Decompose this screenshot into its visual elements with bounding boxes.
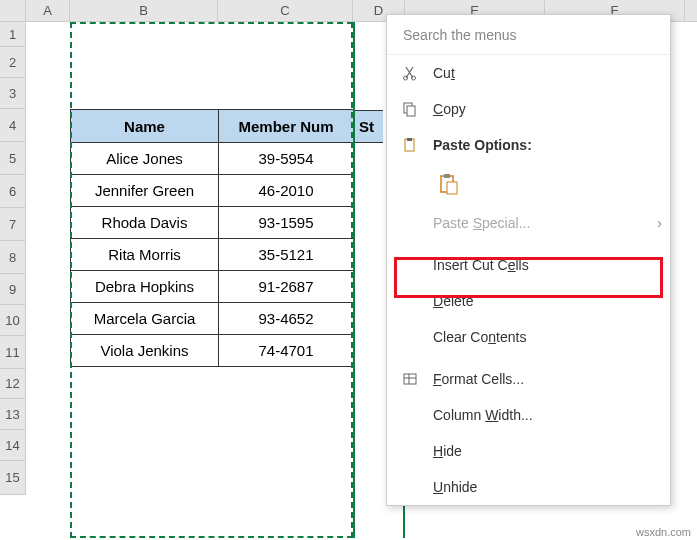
header-partial[interactable]: St [353,110,383,143]
menu-search-placeholder: Search the menus [403,27,517,43]
menu-paste-options: Paste Options: [387,127,670,163]
menu-copy[interactable]: Copy [387,91,670,127]
svg-rect-5 [407,138,412,141]
row-header-2[interactable]: 2 [0,47,26,78]
menu-label: Clear Contents [433,329,662,345]
row-header-1[interactable]: 1 [0,22,26,47]
blank-icon [399,405,421,425]
row-header-14[interactable]: 14 [0,430,26,461]
menu-paste-special: Paste Special... › [387,205,670,241]
menu-label: Hide [433,443,662,459]
svg-rect-7 [444,174,450,178]
col-header-c[interactable]: C [218,0,353,21]
data-table: Name Member Num Alice Jones39-5954 Jenni… [70,109,354,367]
paste-options-row [387,163,670,205]
menu-label: Paste Special... [433,215,649,231]
menu-hide[interactable]: Hide [387,433,670,469]
menu-label: Column Width... [433,407,662,423]
menu-label: Unhide [433,479,662,495]
svg-point-1 [412,76,416,80]
blank-icon [399,327,421,347]
menu-label: Cut [433,65,662,81]
blank-icon [399,291,421,311]
blank-icon [399,477,421,497]
header-member[interactable]: Member Num [219,110,354,143]
col-header-a[interactable]: A [26,0,70,21]
row-header-4[interactable]: 4 [0,109,26,142]
col-header-b[interactable]: B [70,0,218,21]
svg-rect-3 [407,106,415,116]
svg-point-0 [404,76,408,80]
menu-insert-cut-cells[interactable]: Insert Cut Cells [387,247,670,283]
menu-delete[interactable]: Delete [387,283,670,319]
table-row[interactable]: Debra Hopkins91-2687 [71,271,354,303]
paste-icon [399,135,421,155]
table-row[interactable]: Marcela Garcia93-4652 [71,303,354,335]
select-all-corner[interactable] [0,0,26,22]
context-menu: Search the menus Cut Copy Paste Options:… [386,14,671,506]
row-header-5[interactable]: 5 [0,142,26,175]
table-row[interactable]: Alice Jones39-5954 [71,143,354,175]
header-name[interactable]: Name [71,110,219,143]
chevron-right-icon: › [657,215,662,231]
menu-label: Paste Options: [433,137,662,153]
row-header-15[interactable]: 15 [0,461,26,495]
blank-icon [399,441,421,461]
row-headers: 1 2 3 4 5 6 7 8 9 10 11 12 13 14 15 [0,22,26,495]
row-header-10[interactable]: 10 [0,305,26,336]
row-header-3[interactable]: 3 [0,78,26,109]
watermark: wsxdn.com [636,526,691,538]
row-header-13[interactable]: 13 [0,399,26,430]
cut-icon [399,63,421,83]
row-header-7[interactable]: 7 [0,208,26,241]
menu-label: Copy [433,101,662,117]
menu-label: Insert Cut Cells [433,257,662,273]
table-row[interactable]: Jennifer Green46-2010 [71,175,354,207]
copy-icon [399,99,421,119]
menu-unhide[interactable]: Unhide [387,469,670,505]
paste-default-button[interactable] [433,168,465,200]
worksheet: A B C D E F 1 2 3 4 5 6 7 8 9 10 11 12 1… [0,0,697,540]
menu-search[interactable]: Search the menus [387,15,670,55]
svg-rect-8 [447,182,457,194]
format-cells-icon [399,369,421,389]
blank-icon [399,213,421,233]
row-header-8[interactable]: 8 [0,241,26,274]
menu-format-cells[interactable]: Format Cells... [387,361,670,397]
menu-label: Format Cells... [433,371,662,387]
table-row[interactable]: Rita Morris35-5121 [71,239,354,271]
blank-icon [399,255,421,275]
table-row[interactable]: Viola Jenkins74-4701 [71,335,354,367]
svg-rect-9 [404,374,416,384]
row-header-12[interactable]: 12 [0,369,26,399]
menu-clear-contents[interactable]: Clear Contents [387,319,670,355]
row-header-6[interactable]: 6 [0,175,26,208]
menu-cut[interactable]: Cut [387,55,670,91]
menu-column-width[interactable]: Column Width... [387,397,670,433]
row-header-11[interactable]: 11 [0,336,26,369]
menu-label: Delete [433,293,662,309]
row-header-9[interactable]: 9 [0,274,26,305]
table-row[interactable]: Rhoda Davis93-1595 [71,207,354,239]
